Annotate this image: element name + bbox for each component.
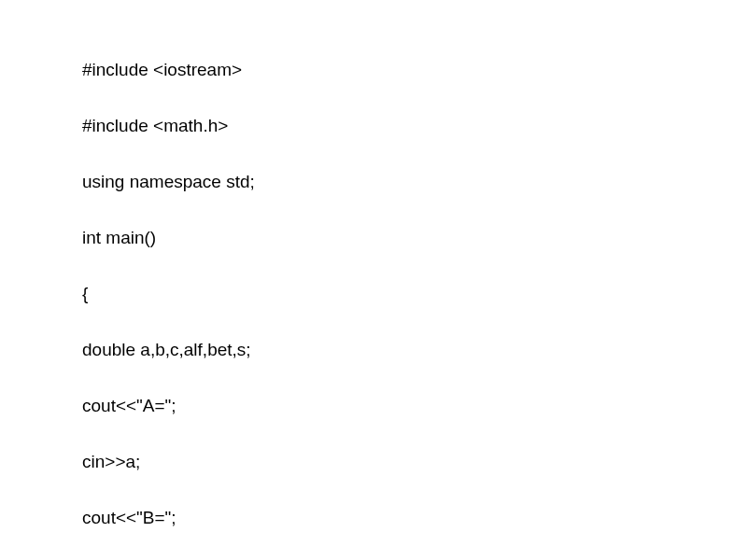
code-line: using namespace std;: [82, 168, 747, 196]
code-line: #include <math.h>: [82, 112, 747, 140]
code-line: double a,b,c,alf,bet,s;: [82, 336, 747, 364]
code-line: {: [82, 280, 747, 308]
code-line: int main(): [82, 224, 747, 252]
code-block: #include <iostream> #include <math.h> us…: [82, 28, 747, 560]
code-line: #include <iostream>: [82, 56, 747, 84]
code-line: cout<<"B=";: [82, 504, 747, 532]
code-line: cin>>a;: [82, 448, 747, 476]
code-line: cout<<"A=";: [82, 392, 747, 420]
